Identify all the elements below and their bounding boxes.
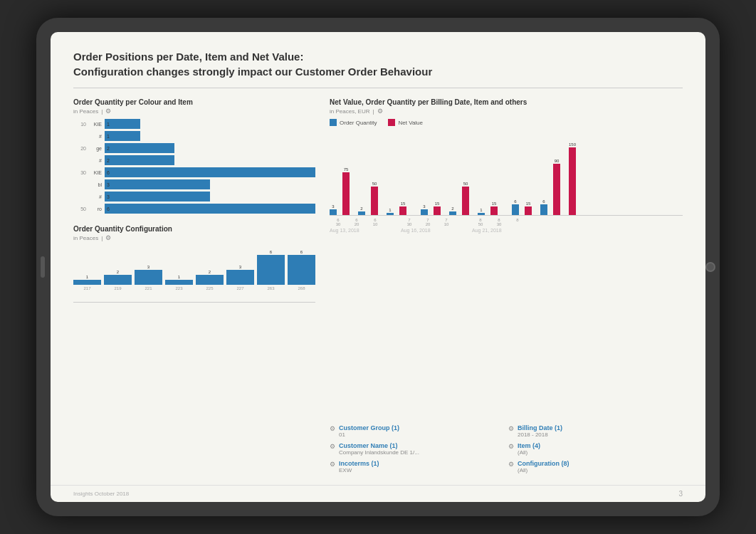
table-row: 50 ro 6	[73, 204, 315, 214]
right-column: Net Value, Order Quantity per Billing Da…	[330, 98, 683, 473]
list-item: 6 268	[288, 246, 315, 290]
net-gear-icon[interactable]: ⚙	[377, 108, 383, 115]
list-item: 3	[421, 130, 428, 215]
filter-chip-customer-name[interactable]: ⚙ Customer Name (1) Company Inlandskunde…	[330, 442, 504, 456]
net-chart-legend: Order Quantity Net Value	[330, 119, 683, 126]
filter-chip-billing-date[interactable]: ⚙ Billing Date (1) 2018 - 2018	[508, 424, 683, 438]
axis-labels: 6 6 6 30 20 10 Aug 13, 2018	[330, 218, 683, 233]
left-column: Order Quantity per Colour and Item in Pe…	[73, 98, 315, 473]
list-item: 75	[342, 130, 350, 215]
list-item: 150	[569, 130, 576, 215]
table-row: 20 ge 2	[73, 143, 315, 153]
list-item: 3 221	[135, 246, 162, 290]
hbar-gear-icon[interactable]: ⚙	[105, 108, 111, 115]
list-item: 2 225	[196, 246, 224, 290]
oqc-chart-section: Order Quantity Configuration in Peaces |…	[73, 225, 315, 303]
hbar-chart-body: 10 KIE 1 #	[73, 119, 315, 214]
charts-row: Order Quantity per Colour and Item in Pe…	[73, 98, 683, 473]
list-item: 1 223	[165, 246, 193, 290]
list-item: 50	[371, 130, 378, 215]
list-item: 1	[387, 130, 394, 215]
page-title: Order Positions per Date, Item and Net V…	[73, 49, 683, 79]
tablet-frame: Order Positions per Date, Item and Net V…	[36, 18, 720, 516]
list-item: 90	[553, 130, 560, 215]
list-item: 1 217	[73, 246, 101, 290]
filter-gear-icon[interactable]: ⚙	[330, 443, 335, 450]
title-divider	[73, 88, 683, 88]
net-chart-section: Net Value, Order Quantity per Billing Da…	[330, 98, 683, 233]
oqc-chart-subtitle: in Peaces | ⚙	[73, 234, 315, 241]
footer-label: Insights October 2018	[73, 491, 129, 497]
list-item: 1	[478, 130, 485, 215]
oqc-chart-title: Order Quantity Configuration	[73, 225, 315, 233]
filter-chip-incoterms[interactable]: ⚙ Incoterms (1) EXW	[330, 460, 504, 473]
filter-gear-icon[interactable]: ⚙	[330, 461, 335, 468]
filter-chip-item[interactable]: ⚙ Item (4) (All)	[508, 442, 683, 456]
filter-gear-icon[interactable]: ⚙	[508, 461, 514, 468]
filter-grid: ⚙ Customer Group (1) 01 ⚙ Billing Date (…	[330, 424, 683, 473]
volume-button[interactable]	[41, 256, 45, 278]
legend-net-value: Net Value	[388, 119, 423, 126]
net-chart-body: 3 75 2	[330, 130, 683, 216]
list-item: 15	[525, 130, 532, 215]
page-footer: Insights October 2018 3	[51, 485, 705, 502]
filter-gear-icon[interactable]: ⚙	[508, 443, 514, 450]
filter-gear-icon[interactable]: ⚙	[330, 425, 335, 432]
list-item: 2	[449, 130, 456, 215]
filter-gear-icon[interactable]: ⚙	[508, 425, 514, 432]
list-item: 6	[540, 130, 547, 215]
hbar-chart-title: Order Quantity per Colour and Item	[73, 98, 315, 106]
list-item: 6 263	[257, 246, 285, 290]
table-row: # 3	[73, 192, 315, 201]
table-row: 30 KIE 6	[73, 167, 315, 177]
tablet-screen: Order Positions per Date, Item and Net V…	[51, 32, 705, 502]
filter-chip-customer-group[interactable]: ⚙ Customer Group (1) 01	[330, 424, 504, 438]
list-item: 15	[490, 130, 498, 215]
table-row: # 2	[73, 155, 315, 165]
list-item: 15	[399, 130, 406, 215]
list-item: 15	[434, 130, 441, 215]
list-item: 50	[462, 130, 469, 215]
list-item: 2	[358, 130, 365, 215]
hbar-chart-section: Order Quantity per Colour and Item in Pe…	[73, 98, 315, 214]
hbar-chart-subtitle: in Peaces | ⚙	[73, 108, 315, 115]
oqc-gear-icon[interactable]: ⚙	[105, 234, 111, 241]
list-item: 6	[512, 130, 519, 215]
page-content: Order Positions per Date, Item and Net V…	[51, 32, 705, 485]
list-item: 3	[330, 130, 337, 215]
list-item: 2 219	[104, 246, 132, 290]
list-item: 3 227	[226, 246, 254, 290]
net-chart-subtitle: in Peaces, EUR | ⚙	[330, 108, 683, 115]
table-row: bl 3	[73, 179, 315, 189]
home-button[interactable]	[705, 262, 715, 272]
net-chart-title: Net Value, Order Quantity per Billing Da…	[330, 98, 683, 106]
filter-chip-configuration[interactable]: ⚙ Configuration (8) (All)	[508, 460, 683, 473]
table-row: # 1	[73, 131, 315, 141]
legend-order-qty: Order Quantity	[330, 119, 377, 126]
oqc-chart-body: 1 217 2 219	[73, 246, 315, 303]
footer-page: 3	[678, 490, 683, 498]
table-row: 10 KIE 1	[73, 119, 315, 129]
